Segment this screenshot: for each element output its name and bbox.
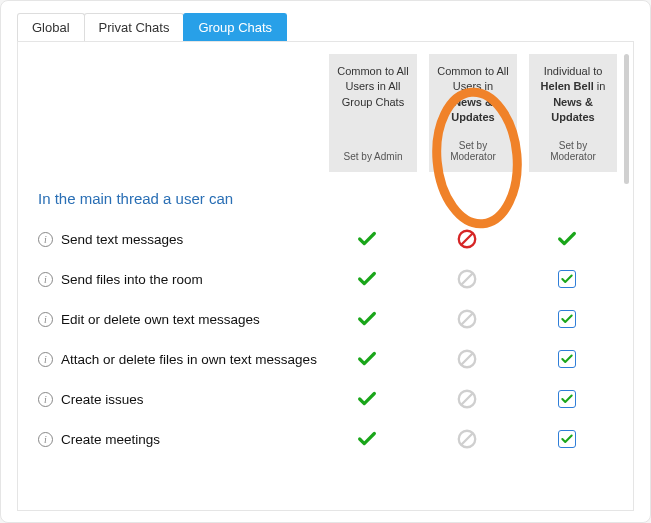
svg-line-8	[462, 354, 473, 365]
header-mid: in	[594, 80, 606, 92]
row-label: i Attach or delete files in own text mes…	[34, 352, 317, 367]
info-icon[interactable]: i	[38, 392, 53, 407]
row-label: i Create meetings	[34, 432, 317, 447]
info-icon[interactable]: i	[38, 312, 53, 327]
content-area: Common to All Users in All Group Chats S…	[17, 41, 634, 511]
info-icon[interactable]: i	[38, 432, 53, 447]
column-header-news-updates: Common to All Users in News & Updates Se…	[429, 54, 517, 172]
cell-allowed[interactable]	[317, 268, 417, 290]
checkbox-checked-icon	[558, 270, 576, 288]
tab-bar: Global Privat Chats Group Chats	[1, 1, 650, 41]
svg-line-6	[462, 314, 473, 325]
row-attach-delete: i Attach or delete files in own text mes…	[34, 339, 617, 379]
row-label: i Edit or delete own text messages	[34, 312, 317, 327]
tab-privat-chats[interactable]: Privat Chats	[84, 13, 185, 41]
row-create-meetings: i Create meetings	[34, 419, 617, 459]
cell-allowed[interactable]	[317, 428, 417, 450]
cell-allowed[interactable]	[317, 308, 417, 330]
svg-line-2	[462, 234, 473, 245]
row-edit-delete: i Edit or delete own text messages	[34, 299, 617, 339]
cell-checkbox-checked[interactable]	[517, 390, 617, 408]
ban-icon	[456, 428, 478, 450]
header-pre: Common to All Users in	[437, 65, 509, 92]
check-icon	[356, 308, 378, 330]
svg-line-4	[462, 274, 473, 285]
check-icon	[356, 228, 378, 250]
cell-disabled[interactable]	[417, 428, 517, 450]
cell-allowed[interactable]	[317, 388, 417, 410]
cell-disabled[interactable]	[417, 268, 517, 290]
checkbox-checked-icon	[558, 390, 576, 408]
cell-checkbox-checked[interactable]	[517, 430, 617, 448]
ban-icon	[456, 388, 478, 410]
ban-icon	[456, 348, 478, 370]
section-heading: In the main thread a user can	[34, 190, 617, 207]
column-headers: Common to All Users in All Group Chats S…	[34, 54, 617, 172]
header-bold: Helen Bell	[541, 80, 594, 92]
ban-icon	[456, 268, 478, 290]
permission-label: Attach or delete files in own text messa…	[61, 352, 317, 367]
permission-label: Create meetings	[61, 432, 160, 447]
header-pre: Individual to	[544, 65, 603, 77]
permission-label: Edit or delete own text messages	[61, 312, 260, 327]
column-header-text: Individual to Helen Bell in News & Updat…	[537, 64, 609, 126]
cell-checkbox-checked[interactable]	[517, 310, 617, 328]
cell-checkbox-checked[interactable]	[517, 270, 617, 288]
header-bold2: News & Updates	[551, 96, 594, 123]
cell-allowed[interactable]	[317, 348, 417, 370]
info-icon[interactable]: i	[38, 232, 53, 247]
row-create-issues: i Create issues	[34, 379, 617, 419]
row-label: i Send files into the room	[34, 272, 317, 287]
info-icon[interactable]: i	[38, 272, 53, 287]
checkbox-checked-icon	[558, 350, 576, 368]
cell-denied[interactable]	[417, 228, 517, 250]
check-icon	[356, 428, 378, 450]
svg-line-10	[462, 394, 473, 405]
ban-icon	[456, 228, 478, 250]
row-label: i Send text messages	[34, 232, 317, 247]
cell-disabled[interactable]	[417, 388, 517, 410]
set-by-label: Set by Moderator	[537, 140, 609, 162]
column-header-individual: Individual to Helen Bell in News & Updat…	[529, 54, 617, 172]
cell-allowed[interactable]	[517, 228, 617, 250]
row-label: i Create issues	[34, 392, 317, 407]
set-by-label: Set by Admin	[337, 151, 409, 162]
permission-label: Send files into the room	[61, 272, 203, 287]
tab-group-chats[interactable]: Group Chats	[183, 13, 287, 41]
cell-disabled[interactable]	[417, 308, 517, 330]
svg-line-12	[462, 434, 473, 445]
cell-disabled[interactable]	[417, 348, 517, 370]
permission-label: Create issues	[61, 392, 144, 407]
column-header-text: Common to All Users in News & Updates	[437, 64, 509, 126]
check-icon	[356, 388, 378, 410]
permission-label: Send text messages	[61, 232, 183, 247]
ban-icon	[456, 308, 478, 330]
set-by-label: Set by Moderator	[437, 140, 509, 162]
permission-rows: i Send text messages i Send files into t…	[34, 219, 617, 459]
cell-checkbox-checked[interactable]	[517, 350, 617, 368]
info-icon[interactable]: i	[38, 352, 53, 367]
header-bold: News & Updates	[451, 96, 494, 123]
checkbox-checked-icon	[558, 430, 576, 448]
row-send-files: i Send files into the room	[34, 259, 617, 299]
check-icon	[556, 228, 578, 250]
row-send-text: i Send text messages	[34, 219, 617, 259]
cell-allowed[interactable]	[317, 228, 417, 250]
permissions-panel: Global Privat Chats Group Chats Common t…	[0, 0, 651, 523]
scrollbar[interactable]	[624, 54, 629, 184]
column-header-all-group: Common to All Users in All Group Chats S…	[329, 54, 417, 172]
tab-global[interactable]: Global	[17, 13, 85, 41]
check-icon	[356, 268, 378, 290]
check-icon	[356, 348, 378, 370]
column-header-text: Common to All Users in All Group Chats	[337, 64, 409, 110]
checkbox-checked-icon	[558, 310, 576, 328]
